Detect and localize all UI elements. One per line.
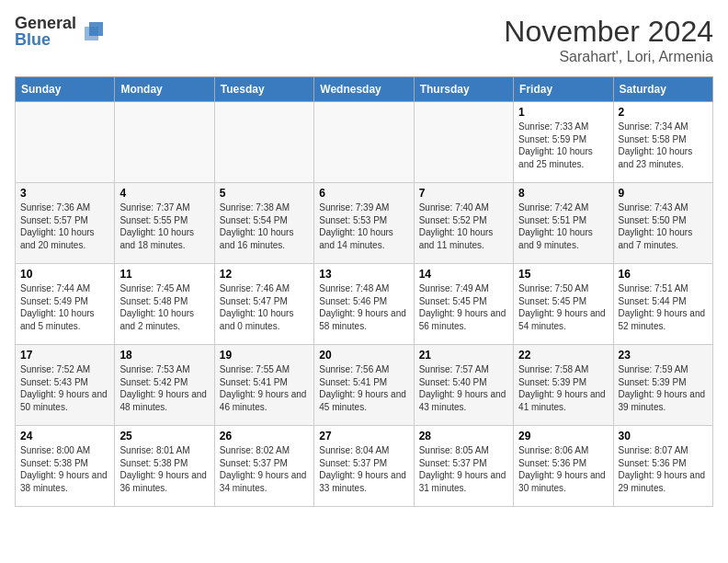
day-info: Sunrise: 7:42 AM Sunset: 5:51 PM Dayligh…	[518, 201, 608, 251]
calendar-cell: 8Sunrise: 7:42 AM Sunset: 5:51 PM Daylig…	[514, 183, 613, 264]
day-number: 14	[419, 268, 508, 281]
day-info: Sunrise: 7:34 AM Sunset: 5:58 PM Dayligh…	[619, 121, 708, 170]
day-number: 25	[119, 430, 209, 442]
day-info: Sunrise: 7:50 AM Sunset: 5:45 PM Dayligh…	[518, 282, 608, 332]
month-title: November 2024	[504, 15, 713, 49]
day-info: Sunrise: 8:00 AM Sunset: 5:38 PM Dayligh…	[20, 444, 109, 494]
weekday-header-thursday: Thursday	[414, 77, 513, 102]
weekday-header-friday: Friday	[514, 77, 613, 102]
weekday-header-sunday: Sunday	[16, 77, 115, 102]
day-number: 8	[518, 187, 608, 200]
calendar-cell: 11Sunrise: 7:45 AM Sunset: 5:48 PM Dayli…	[115, 264, 214, 345]
calendar-cell: 5Sunrise: 7:38 AM Sunset: 5:54 PM Daylig…	[214, 183, 313, 264]
day-info: Sunrise: 7:43 AM Sunset: 5:50 PM Dayligh…	[619, 201, 708, 251]
day-number: 13	[319, 268, 408, 281]
day-number: 27	[319, 430, 408, 442]
calendar-cell	[16, 102, 115, 183]
day-number: 26	[220, 430, 309, 442]
day-number: 16	[619, 268, 708, 281]
calendar-cell	[314, 102, 414, 183]
weekday-header-tuesday: Tuesday	[214, 77, 313, 102]
day-info: Sunrise: 7:49 AM Sunset: 5:45 PM Dayligh…	[419, 282, 508, 332]
day-number: 3	[20, 187, 109, 200]
calendar-cell	[214, 102, 313, 183]
day-number: 22	[518, 349, 608, 362]
day-number: 12	[220, 268, 309, 281]
logo-icon	[80, 17, 108, 45]
day-info: Sunrise: 8:01 AM Sunset: 5:38 PM Dayligh…	[119, 444, 209, 494]
title-block: November 2024 Sarahart', Lori, Armenia	[504, 15, 713, 65]
svg-marker-1	[85, 27, 98, 40]
day-number: 18	[119, 349, 209, 362]
day-number: 21	[419, 349, 508, 362]
day-number: 17	[20, 349, 109, 362]
day-number: 7	[419, 187, 508, 200]
day-info: Sunrise: 7:52 AM Sunset: 5:43 PM Dayligh…	[20, 363, 109, 413]
week-row-4: 17Sunrise: 7:52 AM Sunset: 5:43 PM Dayli…	[16, 345, 713, 426]
calendar-cell: 1Sunrise: 7:33 AM Sunset: 5:59 PM Daylig…	[514, 102, 613, 183]
calendar-cell: 9Sunrise: 7:43 AM Sunset: 5:50 PM Daylig…	[613, 183, 712, 264]
calendar-cell: 26Sunrise: 8:02 AM Sunset: 5:37 PM Dayli…	[214, 426, 313, 507]
calendar-cell: 7Sunrise: 7:40 AM Sunset: 5:52 PM Daylig…	[414, 183, 513, 264]
page-header: General Blue November 2024 Sarahart', Lo…	[15, 15, 713, 65]
day-number: 28	[419, 430, 508, 442]
day-number: 15	[518, 268, 608, 281]
logo: General Blue	[15, 15, 108, 48]
calendar-cell: 29Sunrise: 8:06 AM Sunset: 5:36 PM Dayli…	[514, 426, 613, 507]
day-info: Sunrise: 7:55 AM Sunset: 5:41 PM Dayligh…	[220, 363, 309, 413]
day-info: Sunrise: 8:07 AM Sunset: 5:36 PM Dayligh…	[619, 444, 708, 494]
calendar-cell: 3Sunrise: 7:36 AM Sunset: 5:57 PM Daylig…	[16, 183, 115, 264]
logo-blue: Blue	[15, 31, 76, 48]
day-info: Sunrise: 7:58 AM Sunset: 5:39 PM Dayligh…	[518, 363, 608, 413]
day-info: Sunrise: 7:45 AM Sunset: 5:48 PM Dayligh…	[119, 282, 209, 332]
day-number: 11	[119, 268, 209, 281]
day-number: 10	[20, 268, 109, 281]
calendar-cell: 12Sunrise: 7:46 AM Sunset: 5:47 PM Dayli…	[214, 264, 313, 345]
day-info: Sunrise: 7:51 AM Sunset: 5:44 PM Dayligh…	[619, 282, 708, 332]
day-number: 30	[619, 430, 708, 442]
day-info: Sunrise: 8:05 AM Sunset: 5:37 PM Dayligh…	[419, 444, 508, 494]
day-number: 4	[119, 187, 209, 200]
weekday-header-monday: Monday	[115, 77, 214, 102]
logo-general: General	[15, 15, 76, 31]
calendar-cell: 21Sunrise: 7:57 AM Sunset: 5:40 PM Dayli…	[414, 345, 513, 426]
day-number: 6	[319, 187, 408, 200]
calendar-cell: 16Sunrise: 7:51 AM Sunset: 5:44 PM Dayli…	[613, 264, 712, 345]
day-number: 19	[220, 349, 309, 362]
day-number: 24	[20, 430, 109, 442]
day-number: 2	[619, 106, 708, 119]
day-info: Sunrise: 7:56 AM Sunset: 5:41 PM Dayligh…	[319, 363, 408, 413]
week-row-2: 3Sunrise: 7:36 AM Sunset: 5:57 PM Daylig…	[16, 183, 713, 264]
week-row-1: 1Sunrise: 7:33 AM Sunset: 5:59 PM Daylig…	[16, 102, 713, 183]
day-info: Sunrise: 7:39 AM Sunset: 5:53 PM Dayligh…	[319, 201, 408, 251]
calendar-cell: 18Sunrise: 7:53 AM Sunset: 5:42 PM Dayli…	[115, 345, 214, 426]
day-info: Sunrise: 8:04 AM Sunset: 5:37 PM Dayligh…	[319, 444, 408, 494]
weekday-header-row: SundayMondayTuesdayWednesdayThursdayFrid…	[16, 77, 713, 102]
calendar-cell: 22Sunrise: 7:58 AM Sunset: 5:39 PM Dayli…	[514, 345, 613, 426]
day-number: 20	[319, 349, 408, 362]
weekday-header-saturday: Saturday	[613, 77, 712, 102]
day-number: 23	[619, 349, 708, 362]
week-row-3: 10Sunrise: 7:44 AM Sunset: 5:49 PM Dayli…	[16, 264, 713, 345]
day-info: Sunrise: 7:44 AM Sunset: 5:49 PM Dayligh…	[20, 282, 109, 332]
day-info: Sunrise: 7:48 AM Sunset: 5:46 PM Dayligh…	[319, 282, 408, 332]
calendar-cell: 6Sunrise: 7:39 AM Sunset: 5:53 PM Daylig…	[314, 183, 414, 264]
calendar-cell: 4Sunrise: 7:37 AM Sunset: 5:55 PM Daylig…	[115, 183, 214, 264]
day-number: 1	[518, 106, 608, 119]
day-info: Sunrise: 7:33 AM Sunset: 5:59 PM Dayligh…	[518, 121, 608, 170]
calendar-cell: 17Sunrise: 7:52 AM Sunset: 5:43 PM Dayli…	[16, 345, 115, 426]
day-number: 5	[220, 187, 309, 200]
day-info: Sunrise: 7:46 AM Sunset: 5:47 PM Dayligh…	[220, 282, 309, 332]
week-row-5: 24Sunrise: 8:00 AM Sunset: 5:38 PM Dayli…	[16, 426, 713, 507]
calendar-cell: 25Sunrise: 8:01 AM Sunset: 5:38 PM Dayli…	[115, 426, 214, 507]
calendar-cell: 2Sunrise: 7:34 AM Sunset: 5:58 PM Daylig…	[613, 102, 712, 183]
calendar-cell: 15Sunrise: 7:50 AM Sunset: 5:45 PM Dayli…	[514, 264, 613, 345]
day-info: Sunrise: 7:53 AM Sunset: 5:42 PM Dayligh…	[119, 363, 209, 413]
calendar-cell: 27Sunrise: 8:04 AM Sunset: 5:37 PM Dayli…	[314, 426, 414, 507]
day-info: Sunrise: 7:37 AM Sunset: 5:55 PM Dayligh…	[119, 201, 209, 251]
calendar-cell	[115, 102, 214, 183]
day-info: Sunrise: 7:59 AM Sunset: 5:39 PM Dayligh…	[619, 363, 708, 413]
day-info: Sunrise: 8:06 AM Sunset: 5:36 PM Dayligh…	[518, 444, 608, 494]
calendar-cell: 30Sunrise: 8:07 AM Sunset: 5:36 PM Dayli…	[613, 426, 712, 507]
calendar-cell: 14Sunrise: 7:49 AM Sunset: 5:45 PM Dayli…	[414, 264, 513, 345]
